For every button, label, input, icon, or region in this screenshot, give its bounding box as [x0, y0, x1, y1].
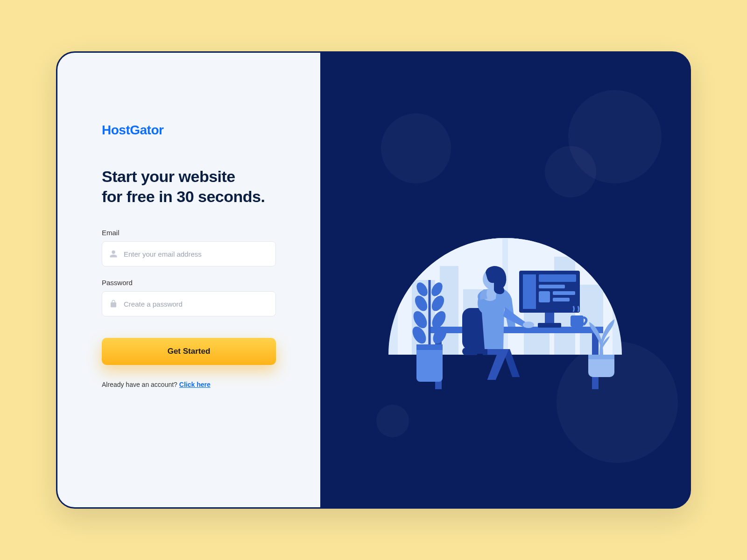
svg-rect-21	[571, 315, 584, 327]
illustration-panel	[320, 53, 690, 507]
email-label: Email	[102, 229, 276, 237]
svg-rect-40	[510, 377, 527, 383]
signin-row: Already have an account? Click here	[102, 381, 276, 388]
email-input-wrap	[102, 241, 276, 266]
page-headline: Start your website for free in 30 second…	[102, 167, 276, 206]
password-input-wrap	[102, 291, 276, 316]
svg-rect-17	[553, 291, 575, 295]
hero-illustration	[370, 159, 641, 401]
svg-rect-36	[477, 354, 483, 372]
svg-rect-33	[588, 355, 614, 359]
svg-point-44	[498, 278, 500, 280]
svg-rect-16	[539, 291, 550, 302]
email-input[interactable]	[102, 241, 276, 266]
get-started-button[interactable]: Get Started	[102, 338, 276, 365]
password-input[interactable]	[102, 291, 276, 316]
svg-rect-9	[430, 327, 603, 333]
svg-rect-4	[440, 266, 458, 355]
svg-rect-18	[553, 298, 570, 301]
user-icon	[109, 250, 118, 258]
svg-rect-14	[539, 274, 576, 282]
svg-rect-23	[416, 344, 443, 350]
svg-rect-20	[538, 323, 561, 328]
svg-rect-19	[545, 313, 554, 324]
svg-rect-13	[523, 274, 536, 309]
svg-rect-15	[539, 285, 565, 288]
svg-point-42	[523, 322, 534, 328]
signin-link[interactable]: Click here	[179, 381, 211, 388]
headline-line-2: for free in 30 seconds.	[102, 188, 265, 205]
brand-logo: HostGator	[102, 123, 276, 138]
signin-prompt: Already have an account?	[102, 381, 179, 388]
password-label: Password	[102, 279, 276, 287]
svg-rect-2	[398, 233, 613, 239]
decorative-bubble	[376, 405, 409, 437]
lock-icon	[109, 300, 118, 308]
headline-line-1: Start your website	[102, 168, 235, 185]
svg-point-37	[459, 377, 467, 385]
signup-card: HostGator Start your website for free in…	[56, 51, 691, 509]
svg-rect-41	[480, 380, 497, 385]
form-panel: HostGator Start your website for free in…	[57, 53, 320, 507]
